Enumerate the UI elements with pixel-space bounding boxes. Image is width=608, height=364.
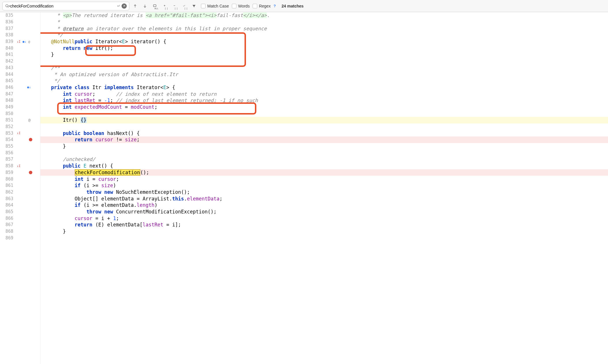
gutter-row[interactable]: 842 <box>0 58 40 65</box>
matchcase-label: Match Case <box>207 4 229 8</box>
gutter-row[interactable]: 868 <box>0 228 40 235</box>
gutter-row[interactable]: 859 <box>0 169 40 176</box>
gutter-row[interactable]: 856 <box>0 149 40 156</box>
subclass-icon[interactable]: ●↓ <box>27 85 31 89</box>
override-icon[interactable]: ↓I ●↓ @ <box>17 40 30 44</box>
code-line[interactable]: * @return an iterator over the elements … <box>40 25 608 32</box>
gutter-row[interactable]: 837 <box>0 25 40 32</box>
code-line[interactable]: int i = cursor; <box>40 176 608 182</box>
breakpoint-icon[interactable] <box>29 138 32 141</box>
gutter-row[interactable]: 851@ <box>0 117 40 123</box>
code-line[interactable]: /unchecked/ <box>40 156 608 163</box>
code-line[interactable] <box>40 234 608 241</box>
prev-match-button[interactable] <box>131 2 139 10</box>
search-icon[interactable]: ▾ <box>5 3 10 9</box>
gutter-row[interactable]: 854 <box>0 136 40 143</box>
search-bar: ▾ ↵ ✕ ALL ❘❘ ❘❘ ❘❘ Match Case Words Rege… <box>0 0 608 12</box>
next-match-button[interactable] <box>141 2 149 10</box>
select-all-occurrences-button[interactable]: ❘❘ <box>180 2 188 10</box>
matchcase-checkbox[interactable] <box>201 4 206 8</box>
code-line[interactable]: private class Itr implements Iterator<E>… <box>40 84 608 91</box>
gutter-row[interactable]: 836 <box>0 19 40 25</box>
code-line[interactable]: return cursor != size; <box>40 136 608 143</box>
code-line[interactable]: */ <box>40 78 608 84</box>
regex-checkbox[interactable] <box>253 4 257 8</box>
code-line[interactable]: cursor = i + 1; <box>40 215 608 222</box>
gutter-row[interactable]: 847 <box>0 91 40 97</box>
code-line[interactable]: throw new NoSuchElementException(); <box>40 189 608 196</box>
gutter-row[interactable]: 852 <box>0 123 40 130</box>
code-line[interactable]: Itr() {} <box>40 117 608 123</box>
words-checkbox-group[interactable]: Words <box>232 4 250 8</box>
implements-icon[interactable]: ↓I <box>17 164 20 168</box>
code-line[interactable]: int lastRet = -1; // index of last eleme… <box>40 97 608 104</box>
breakpoint-icon[interactable] <box>29 171 32 174</box>
gutter-row[interactable]: 865 <box>0 209 40 215</box>
code-line[interactable]: /** <box>40 65 608 71</box>
code-line[interactable]: * <p>The returned iterator is <a href="#… <box>40 12 608 19</box>
gutter-row[interactable]: 845 <box>0 78 40 84</box>
gutter-row[interactable]: 855 <box>0 143 40 150</box>
gutter-row[interactable]: 850 <box>0 110 40 117</box>
regex-label: Regex <box>259 4 271 8</box>
code-line[interactable]: int expectedModCount = modCount; <box>40 104 608 110</box>
gutter-row[interactable]: 861 <box>0 182 40 189</box>
gutter-row[interactable]: 853↓I <box>0 130 40 136</box>
gutter-row[interactable]: 858↓I <box>0 163 40 169</box>
gutter-row[interactable]: 838 <box>0 32 40 38</box>
gutter-row[interactable]: 840 <box>0 45 40 51</box>
code-line[interactable]: if (i >= elementData.length) <box>40 202 608 209</box>
gutter-row[interactable]: 857 <box>0 156 40 163</box>
gutter-row[interactable]: 848 <box>0 97 40 104</box>
code-line[interactable]: @NotNull public Iterator<E> iterator() { <box>40 38 608 45</box>
code-line[interactable]: } <box>40 228 608 235</box>
gutter-row[interactable]: 835 <box>0 12 40 19</box>
gutter-row[interactable]: 864 <box>0 202 40 209</box>
code-editor[interactable]: 835836837838839↓I ●↓ @840841842843844845… <box>0 12 608 364</box>
code-line[interactable]: checkForComodification(); <box>40 169 608 176</box>
words-checkbox[interactable] <box>232 4 236 8</box>
code-line[interactable]: if (i >= size) <box>40 182 608 189</box>
code-line[interactable] <box>40 123 608 130</box>
clear-search-icon[interactable]: ✕ <box>122 3 127 9</box>
code-line[interactable] <box>40 149 608 156</box>
code-line[interactable]: return (E) elementData[lastRet = i]; <box>40 222 608 228</box>
code-line[interactable]: int cursor; // index of next element to … <box>40 91 608 97</box>
code-line[interactable]: throw new ConcurrentModificationExceptio… <box>40 209 608 215</box>
select-all-button[interactable]: ALL <box>151 2 159 10</box>
code-line[interactable] <box>40 58 608 65</box>
code-line[interactable]: } <box>40 143 608 150</box>
code-line[interactable]: public E next() { <box>40 163 608 169</box>
code-line[interactable]: } <box>40 51 608 58</box>
gutter-row[interactable]: 863 <box>0 195 40 202</box>
regex-checkbox-group[interactable]: Regex <box>253 4 271 8</box>
code-line[interactable]: Object[] elementData = ArrayList.this.el… <box>40 195 608 202</box>
code-line[interactable]: return new Itr(); <box>40 45 608 51</box>
remove-selection-button[interactable]: ❘❘ <box>170 2 178 10</box>
code-line[interactable]: * <box>40 19 608 25</box>
code-area[interactable]: * <p>The returned iterator is <a href="#… <box>40 12 608 364</box>
code-line[interactable] <box>40 110 608 117</box>
gutter-row[interactable]: 869 <box>0 234 40 241</box>
gutter-row[interactable]: 867 <box>0 222 40 228</box>
gutter-row[interactable]: 846●↓ <box>0 84 40 91</box>
search-input[interactable] <box>10 4 116 8</box>
gutter-row[interactable]: 866 <box>0 215 40 222</box>
gutter-row[interactable]: 839↓I ●↓ @ <box>0 38 40 45</box>
gutter-row[interactable]: 843 <box>0 65 40 71</box>
code-line[interactable]: */ <box>40 32 608 38</box>
help-icon[interactable]: ? <box>273 4 276 8</box>
enter-icon[interactable]: ↵ <box>116 3 122 9</box>
gutter-row[interactable]: 844 <box>0 71 40 78</box>
code-line[interactable]: public boolean hasNext() { <box>40 130 608 136</box>
gutter[interactable]: 835836837838839↓I ●↓ @840841842843844845… <box>0 12 40 364</box>
implements-icon[interactable]: ↓I <box>17 131 20 135</box>
gutter-row[interactable]: 860 <box>0 176 40 182</box>
add-selection-button[interactable]: ❘❘ <box>161 2 169 10</box>
gutter-row[interactable]: 849 <box>0 104 40 110</box>
gutter-row[interactable]: 841 <box>0 51 40 58</box>
code-line[interactable]: * An optimized version of AbstractList.I… <box>40 71 608 78</box>
filter-button[interactable] <box>190 2 198 10</box>
gutter-row[interactable]: 862 <box>0 189 40 196</box>
matchcase-checkbox-group[interactable]: Match Case <box>201 4 229 8</box>
